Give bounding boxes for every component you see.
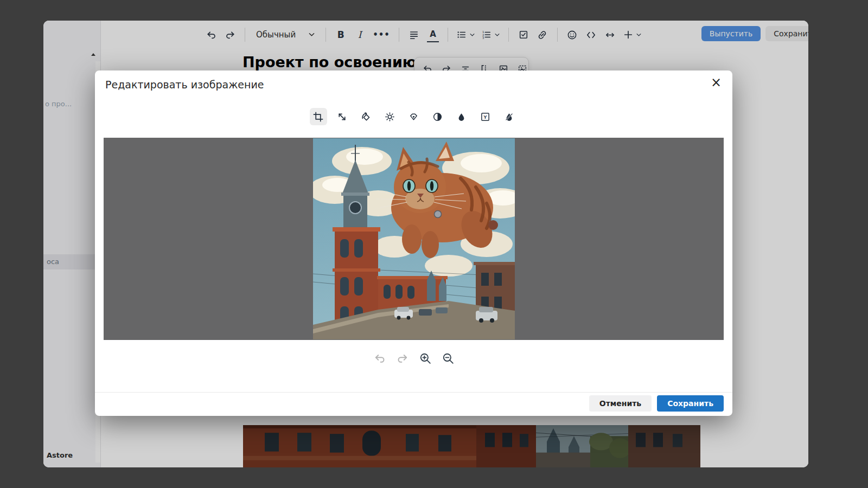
undo-icon bbox=[374, 352, 386, 364]
image-tools-toolbar: Y bbox=[95, 108, 732, 125]
grayscale-icon: Y bbox=[480, 112, 490, 122]
remove-color-icon bbox=[505, 112, 514, 121]
brightness-tool-button[interactable] bbox=[381, 108, 399, 125]
saturation-tool-button[interactable] bbox=[453, 108, 470, 125]
preview-undo-button[interactable] bbox=[373, 351, 387, 365]
crop-icon bbox=[313, 112, 323, 122]
contrast-icon bbox=[432, 112, 443, 122]
resize-tool-button[interactable] bbox=[334, 108, 351, 125]
resize-icon bbox=[337, 112, 347, 122]
sharpen-tool-button[interactable] bbox=[405, 108, 423, 125]
remove-color-tool-button[interactable] bbox=[501, 108, 518, 125]
grayscale-tool-button[interactable]: Y bbox=[477, 108, 494, 125]
preview-controls bbox=[95, 351, 732, 365]
svg-text:Y: Y bbox=[483, 114, 487, 120]
brightness-icon bbox=[385, 112, 395, 122]
preview-redo-button[interactable] bbox=[395, 351, 410, 365]
contrast-tool-button[interactable] bbox=[429, 108, 446, 125]
zoom-in-button[interactable] bbox=[418, 351, 432, 365]
redo-icon bbox=[397, 352, 409, 364]
zoom-out-icon bbox=[442, 352, 454, 364]
modal-title: Редактировать изображение bbox=[105, 79, 264, 91]
sharpen-icon bbox=[409, 112, 419, 122]
rotate-tool-button[interactable] bbox=[358, 108, 375, 125]
image-preview-area[interactable] bbox=[104, 138, 724, 340]
saturation-icon bbox=[457, 112, 466, 121]
modal-footer: Отменить Сохранить bbox=[589, 395, 724, 412]
footer-divider bbox=[95, 392, 732, 393]
cat-city-image bbox=[313, 138, 515, 339]
close-icon[interactable]: × bbox=[711, 76, 722, 89]
edit-image-modal: Редактировать изображение × bbox=[95, 70, 732, 416]
zoom-in-icon bbox=[419, 352, 431, 364]
rotate-icon bbox=[361, 112, 371, 122]
save-button[interactable]: Сохранить bbox=[657, 395, 724, 412]
cancel-button[interactable]: Отменить bbox=[589, 395, 652, 412]
crop-tool-button[interactable] bbox=[310, 108, 327, 125]
screen: о про... оса Astore Обычный bbox=[0, 0, 868, 488]
zoom-out-button[interactable] bbox=[441, 351, 455, 365]
